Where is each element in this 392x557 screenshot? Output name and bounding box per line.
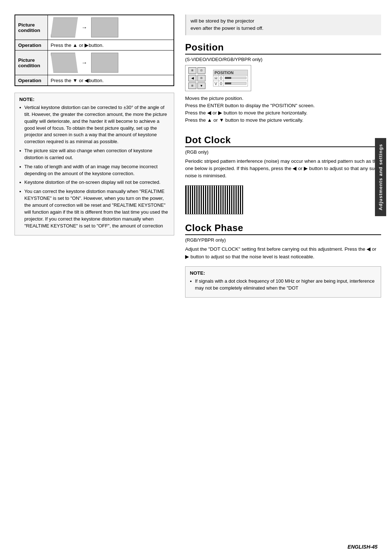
table-cell-picture-condition-2: → <box>48 51 174 75</box>
note-1-item-2: The picture size will also change when c… <box>19 148 170 161</box>
pos-icon-6: ▼ <box>197 82 205 89</box>
pos-icon-3: ◀ <box>188 75 196 81</box>
position-ui-diagram: ⊞ ⊡ ◀ ⊟ ⊞ ▼ POSITION H 0 <box>185 65 251 91</box>
pos-h-bar <box>224 75 248 81</box>
arrow-right-icon: → <box>82 24 87 31</box>
note-1-item-1: Vertical keystone distortion can be corr… <box>19 104 170 145</box>
position-title: Position <box>185 42 381 55</box>
table-cell-operation-2: Press the ▼ or ◀button. <box>48 75 174 86</box>
operation-2-text: Press the ▼ or ◀button. <box>51 78 104 83</box>
table-cell-picture-condition-1: → <box>48 15 174 40</box>
pos-icon-2: ⊡ <box>197 67 205 74</box>
pos-screen-display: POSITION H 0 V 0 <box>213 70 248 86</box>
pos-icon-1: ⊞ <box>188 67 196 74</box>
striped-pattern-diagram <box>185 185 243 214</box>
pos-v-bar <box>224 81 248 86</box>
table-label-picture-condition-1: Picturecondition <box>15 15 48 40</box>
note-1-title: NOTE: <box>19 97 170 102</box>
right-column: will be stored by the projector even aft… <box>185 15 381 542</box>
position-body: Moves the picture position. Press the EN… <box>185 95 381 124</box>
table-label-picture-condition-2: Picturecondition <box>15 51 48 75</box>
pos-h-value: 0 <box>219 75 223 81</box>
stored-text-box: will be stored by the projector even aft… <box>185 15 381 35</box>
note-2-list: If signals with a dot clock frequency of… <box>190 278 376 292</box>
arrow-right-icon-2: → <box>82 60 87 66</box>
pic-box-skewed-left <box>51 53 78 73</box>
table-label-operation-1: Operation <box>15 40 48 51</box>
position-subtitle: (S-VIDEO/VIDEO/RGB/YPBPR only) <box>185 57 381 62</box>
clock-phase-section: Clock Phase (RGB/YPBPR only) Adjust the … <box>185 222 381 298</box>
page: Picturecondition → Operation Press the ▲… <box>0 0 392 557</box>
pos-h-label: H <box>213 75 219 81</box>
note-1-item-5: You can correct the keystone distortion … <box>19 188 170 229</box>
pos-screen-label: POSITION <box>213 70 248 75</box>
operation-1-text: Press the ▲ or ▶button. <box>51 43 104 48</box>
pic-box-normal-1 <box>91 17 118 37</box>
dot-clock-subtitle: (RGB only) <box>185 149 381 155</box>
pic-box-skewed-right <box>51 17 78 37</box>
note-1-list: Vertical keystone distortion can be corr… <box>19 104 170 229</box>
position-section: Position (S-VIDEO/VIDEO/RGB/YPBPR only) … <box>185 42 381 130</box>
table-cell-operation-1: Press the ▲ or ▶button. <box>48 40 174 51</box>
clock-phase-title: Clock Phase <box>185 222 381 235</box>
pos-icon-grid: ⊞ ⊡ ◀ ⊟ ⊞ ▼ <box>188 67 210 89</box>
dot-clock-body: Periodic striped pattern interference (n… <box>185 158 381 180</box>
note-1-item-4: Keystone distortion of the on-screen dis… <box>19 179 170 186</box>
table-label-operation-2: Operation <box>15 75 48 86</box>
note-box-2: NOTE: If signals with a dot clock freque… <box>185 266 381 298</box>
sidebar-tab-label: Adjustments and settings <box>378 144 383 210</box>
note-box-1: NOTE: Vertical keystone distortion can b… <box>15 93 174 235</box>
pos-icon-5: ⊞ <box>188 82 196 89</box>
pos-v-value: 0 <box>219 81 223 86</box>
note-2-item-1: If signals with a dot clock frequency of… <box>190 278 376 292</box>
sidebar-tab: Adjustments and settings <box>375 138 386 216</box>
keystone-table: Picturecondition → Operation Press the ▲… <box>15 15 174 86</box>
page-footer: ENGLISH-45 <box>348 544 377 550</box>
pos-icon-4: ⊟ <box>197 75 205 81</box>
dot-clock-title: Dot Clock <box>185 134 381 147</box>
clock-phase-body: Adjust the "DOT CLOCK" setting first bef… <box>185 246 381 261</box>
pic-box-normal-2 <box>91 53 118 73</box>
left-column: Picturecondition → Operation Press the ▲… <box>15 15 174 542</box>
stored-line1: will be stored by the projector <box>191 18 254 24</box>
clock-phase-subtitle: (RGB/YPBPR only) <box>185 237 381 243</box>
note-2-title: NOTE: <box>190 270 376 276</box>
pos-v-label: V <box>213 81 219 86</box>
dot-clock-section: Dot Clock (RGB only) Periodic striped pa… <box>185 134 381 219</box>
note-1-item-3: The ratio of length and width of an imag… <box>19 164 170 177</box>
stored-line2: even after the power is turned off. <box>191 25 264 31</box>
